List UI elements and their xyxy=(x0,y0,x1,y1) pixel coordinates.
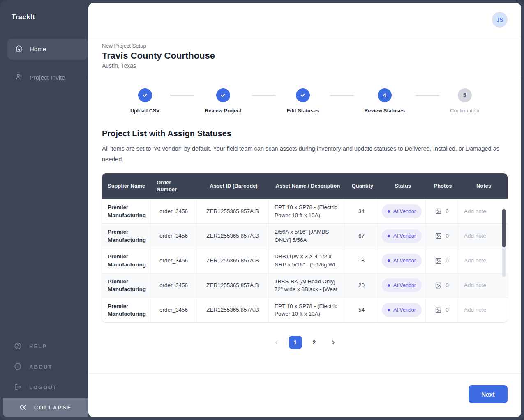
photos-button[interactable]: 0 xyxy=(435,281,449,289)
cell-quantity: 54 xyxy=(345,298,378,322)
column-header-asset-name: Asset Name / Description xyxy=(269,173,345,199)
sidebar-item-label: Project Invite xyxy=(30,74,65,81)
photos-count: 0 xyxy=(446,281,449,289)
step-number: 5 xyxy=(463,92,466,99)
photos-button[interactable]: 0 xyxy=(435,306,449,314)
step-circle-complete xyxy=(296,88,310,102)
step-connector xyxy=(416,95,439,96)
status-dot-icon xyxy=(388,259,390,262)
status-badge[interactable]: At Vendor xyxy=(382,278,422,292)
cell-quantity: 18 xyxy=(345,248,378,273)
section-header: Project List with Assign Statuses All it… xyxy=(88,114,521,165)
prev-page-button[interactable] xyxy=(270,336,283,349)
status-dot-icon xyxy=(388,284,390,287)
cell-order: order_3456 xyxy=(151,199,197,223)
status-badge[interactable]: At Vendor xyxy=(382,303,422,317)
column-header-photos: Photos xyxy=(426,173,458,199)
page-title: Travis County Courthouse xyxy=(102,50,508,61)
add-note-field[interactable]: Add note xyxy=(458,223,508,248)
project-header: New Project Setup Travis County Courthou… xyxy=(88,37,521,76)
sidebar-item-label: ABOUT xyxy=(29,364,53,370)
step-circle-active: 4 xyxy=(378,88,392,102)
status-dot-icon xyxy=(388,235,390,237)
stepper: Upload CSV Review Project Edit Statuses … xyxy=(88,88,521,114)
cell-status: At Vendor xyxy=(378,199,426,223)
add-note-field[interactable]: Add note xyxy=(458,273,508,298)
user-avatar[interactable]: JS xyxy=(492,12,508,28)
image-icon xyxy=(435,208,442,215)
breadcrumb: New Project Setup xyxy=(102,43,508,49)
step-circle-complete xyxy=(138,88,152,102)
step-connector xyxy=(252,95,276,96)
step-edit-statuses[interactable]: Edit Statuses xyxy=(286,88,319,114)
step-review-statuses[interactable]: 4 Review Statuses xyxy=(365,88,405,114)
status-badge[interactable]: At Vendor xyxy=(382,229,422,243)
sidebar-item-logout[interactable]: LOGOUT xyxy=(0,377,88,398)
cell-photos: 0 xyxy=(426,199,458,223)
cell-quantity: 67 xyxy=(345,223,378,248)
section-description: All items are set to "At vendor" by defa… xyxy=(102,143,508,165)
cell-asset-id: ZER1255365.857A.B xyxy=(197,273,269,298)
cell-photos: 0 xyxy=(426,248,458,273)
step-circle-upcoming: 5 xyxy=(458,88,472,102)
cell-supplier: Premier Manufacturing xyxy=(102,248,151,273)
check-icon xyxy=(300,92,306,99)
status-badge[interactable]: At Vendor xyxy=(382,254,422,268)
photos-button[interactable]: 0 xyxy=(435,257,449,265)
collapse-button[interactable]: COLLAPSE xyxy=(3,398,88,417)
step-circle-complete xyxy=(216,88,230,102)
next-page-button[interactable] xyxy=(327,336,340,349)
step-number: 4 xyxy=(383,92,386,99)
sidebar-item-label: Home xyxy=(30,46,46,53)
sidebar-item-project-invite[interactable]: Project Invite xyxy=(0,67,88,88)
cell-asset-id: ZER1255365.857A.B xyxy=(197,248,269,273)
cell-supplier: Premier Manufacturing xyxy=(102,273,151,298)
cell-quantity: 34 xyxy=(345,199,378,223)
step-upload-csv[interactable]: Upload CSV xyxy=(130,88,160,114)
photos-count: 0 xyxy=(446,257,449,265)
column-header-order-number: Order Number xyxy=(151,173,197,199)
photos-button[interactable]: 0 xyxy=(435,232,449,240)
step-review-project[interactable]: Review Project xyxy=(205,88,241,114)
cell-quantity: 20 xyxy=(345,273,378,298)
sidebar-item-label: HELP xyxy=(29,344,47,349)
sidebar-item-help[interactable]: HELP xyxy=(0,336,88,357)
page-button-1[interactable]: 1 xyxy=(289,336,302,349)
cell-supplier: Premier Manufacturing xyxy=(102,298,151,322)
cell-description: 2/56A x 5/16" [JAMBS ONLY] 5/56A xyxy=(269,223,345,248)
add-note-field[interactable]: Add note xyxy=(458,298,508,322)
sidebar-nav: Home Project Invite xyxy=(0,39,88,88)
cell-description: EPT 10 x SP78 - (Electric Power 10 ft x … xyxy=(269,199,345,223)
photos-button[interactable]: 0 xyxy=(435,207,449,216)
collapse-icon xyxy=(19,405,28,411)
page-subtitle: Austin, Texas xyxy=(102,62,508,69)
logout-icon xyxy=(14,383,22,392)
column-header-notes: Notes xyxy=(458,173,508,199)
step-label: Upload CSV xyxy=(130,108,160,114)
step-confirmation[interactable]: 5 Confirmation xyxy=(450,88,479,114)
next-button[interactable]: Next xyxy=(469,385,508,403)
page-button-2[interactable]: 2 xyxy=(308,336,321,349)
status-badge[interactable]: At Vendor xyxy=(382,204,422,218)
section-title: Project List with Assign Statuses xyxy=(102,129,508,138)
cell-status: At Vendor xyxy=(378,223,426,248)
cell-photos: 0 xyxy=(426,223,458,248)
cell-order: order_3456 xyxy=(151,223,197,248)
photos-count: 0 xyxy=(446,306,449,314)
sidebar-item-home[interactable]: Home xyxy=(7,39,88,60)
assets-table: Supplier Name Order Number Asset ID (Bar… xyxy=(102,173,508,322)
app-window: TrackIt Home Project Invite HELP xyxy=(0,0,524,420)
table-scrollbar[interactable] xyxy=(502,209,506,277)
check-icon xyxy=(220,92,226,99)
cell-order: order_3456 xyxy=(151,248,197,273)
add-note-field[interactable]: Add note xyxy=(458,199,508,223)
add-note-field[interactable]: Add note xyxy=(458,248,508,273)
cell-supplier: Premier Manufacturing xyxy=(102,199,151,223)
image-icon xyxy=(435,307,442,314)
cell-status: At Vendor xyxy=(378,273,426,298)
chevron-right-icon xyxy=(330,339,337,346)
image-icon xyxy=(435,232,442,239)
sidebar-item-about[interactable]: ABOUT xyxy=(0,357,88,377)
scrollbar-thumb[interactable] xyxy=(502,209,506,247)
cell-description: EPT 10 x SP78 - (Electric Power 10 ft x … xyxy=(269,298,345,322)
